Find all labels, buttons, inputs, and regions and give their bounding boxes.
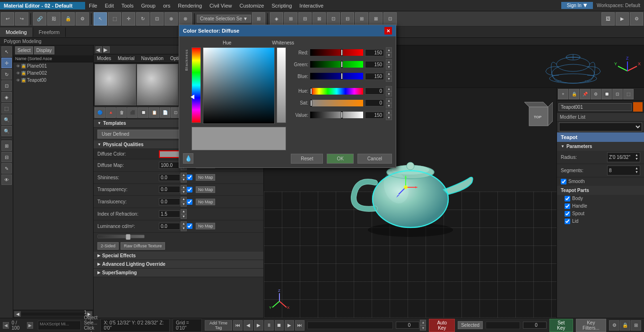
reset-btn[interactable]: Reset	[291, 154, 323, 164]
menu-rendering[interactable]: Rendering	[174, 1, 206, 10]
slider-thumb[interactable]	[126, 234, 131, 240]
red-input[interactable]	[365, 49, 384, 56]
toggle-grid-btn[interactable]: ⊞	[284, 12, 297, 26]
link-btn[interactable]: 🔗	[33, 12, 46, 26]
transparency-map-btn[interactable]: No Map	[196, 186, 216, 193]
menu-scripting[interactable]: Scripting	[268, 1, 296, 10]
radius-down-icon[interactable]: ▼	[635, 157, 638, 161]
up-arrow-icon[interactable]: ▲	[181, 185, 187, 190]
shininess-map-btn[interactable]: No Map	[196, 174, 216, 181]
move-btn[interactable]: ✛	[122, 12, 135, 26]
bind-btn[interactable]: 🔒	[61, 12, 75, 26]
mat-nav-right[interactable]: ▶	[103, 46, 110, 53]
mat-tool3[interactable]: 🗑	[116, 107, 127, 118]
select-btn[interactable]: ↖	[94, 12, 107, 26]
list-item[interactable]: 👁 🔒 Plane001	[13, 62, 93, 70]
view-btn5[interactable]: ⊠	[369, 12, 383, 26]
mat-tool4[interactable]: ⬛	[127, 107, 138, 118]
frame-down-icon[interactable]: ▼	[420, 325, 426, 331]
mat-menu-material[interactable]: Material	[114, 54, 138, 62]
rotate-tool-icon[interactable]: ↻	[1, 69, 12, 79]
frame-right-icon[interactable]: ▶	[27, 322, 33, 329]
luminance-input[interactable]	[159, 223, 180, 230]
cancel-btn[interactable]: Cancel	[357, 154, 392, 164]
modifier-select[interactable]	[559, 122, 642, 131]
up-arrow-icon[interactable]: ▲	[181, 209, 187, 214]
menu-ors[interactable]: ors	[159, 1, 174, 10]
menu-interactive[interactable]: Interactive	[296, 1, 327, 10]
segments-value[interactable]: 8 ▲ ▼	[607, 166, 640, 175]
ok-btn[interactable]: OK	[327, 154, 353, 164]
ref-coord-btn[interactable]: ⊕	[165, 12, 178, 26]
green-down-icon[interactable]: ▼	[386, 64, 392, 70]
hue-up-icon[interactable]: ▲	[386, 86, 392, 91]
val-up-icon[interactable]: ▲	[386, 110, 392, 115]
auto-key-btn[interactable]: Auto Key	[429, 319, 455, 332]
radius-up-icon[interactable]: ▲	[635, 153, 638, 157]
val-thumb[interactable]	[341, 112, 343, 118]
up-arrow-icon[interactable]: ▲	[181, 221, 187, 226]
rt-btn1[interactable]: +	[558, 89, 568, 99]
transparency-check[interactable]	[187, 187, 192, 192]
adv-lighting-header[interactable]: ▶ Advanced Lighting Override	[94, 260, 263, 269]
body-check[interactable]	[565, 196, 570, 201]
lid-check[interactable]	[565, 218, 570, 224]
menu-customize[interactable]: Customize	[236, 1, 268, 10]
shininess-check[interactable]	[187, 175, 192, 180]
create-selection-btn[interactable]: Create Selection Se ▼	[197, 15, 251, 23]
mat-tool5[interactable]: 🔲	[138, 107, 148, 118]
translucency-check[interactable]	[187, 199, 192, 205]
select-filter-btn[interactable]: ⊞	[252, 12, 265, 26]
mat-menu-modes[interactable]: Modes	[94, 54, 114, 62]
render-frame-btn[interactable]: 🖼	[601, 12, 615, 26]
view-btn6[interactable]: ⊡	[383, 12, 397, 26]
smooth-check[interactable]	[561, 179, 566, 184]
anim-next-frame-btn[interactable]: ▶	[285, 320, 294, 331]
pivot-btn[interactable]: ⊗	[179, 12, 192, 26]
toggle-snap-btn[interactable]: ⊟	[298, 12, 312, 26]
menu-civil[interactable]: Civil View	[206, 1, 235, 10]
tool12-icon[interactable]: 👁	[1, 175, 12, 185]
down-arrow-icon[interactable]: ▼	[181, 214, 187, 219]
blue-thumb[interactable]	[341, 73, 343, 79]
blue-up-icon[interactable]: ▲	[386, 71, 392, 76]
blue-down-icon[interactable]: ▼	[386, 76, 392, 81]
mat-sphere-1[interactable]	[95, 64, 136, 105]
diffuse-map-input[interactable]	[159, 162, 180, 169]
tool5-icon[interactable]: ◈	[1, 92, 12, 102]
mat-tool1[interactable]: 🔵	[95, 107, 105, 118]
spout-check[interactable]	[565, 211, 570, 217]
undo-btn[interactable]: ↩	[1, 12, 14, 26]
scale-btn[interactable]: ⊡	[150, 12, 164, 26]
view-btn3[interactable]: ⊟	[341, 12, 354, 26]
blue-slider[interactable]	[310, 73, 363, 79]
anim-next-btn[interactable]: ⏭	[295, 320, 305, 331]
anim-prev-btn[interactable]: ⏮	[233, 320, 243, 331]
status-icon1[interactable]: ⚙	[609, 320, 619, 331]
sat-up-icon[interactable]: ▲	[386, 98, 392, 103]
whiteness-strip[interactable]	[277, 47, 286, 123]
tool9-icon[interactable]: ⊞	[1, 140, 12, 151]
list-item[interactable]: 👁 🔒 Teapot00	[13, 77, 93, 84]
special-effects-header[interactable]: ▶ Special Effects	[94, 252, 263, 260]
hue-input[interactable]	[365, 87, 384, 95]
sat-slider[interactable]	[310, 100, 363, 106]
color-selector-dialog[interactable]: Color Selector: Diffuse ✕ Hue Whiteness …	[179, 25, 396, 168]
frame-up-icon[interactable]: ▲	[420, 320, 426, 325]
down-arrow-icon[interactable]: ▼	[181, 190, 187, 194]
luminance-map-btn[interactable]: No Map	[196, 223, 216, 229]
unlink-btn[interactable]: ⛓	[47, 12, 61, 26]
rotate-btn[interactable]: ↻	[136, 12, 149, 26]
green-up-icon[interactable]: ▲	[386, 59, 392, 64]
mat-menu-navigation[interactable]: Navigation	[138, 54, 167, 62]
handle-check[interactable]	[565, 203, 570, 209]
modifier-active-item[interactable]: Teapot	[557, 132, 644, 142]
color-preview-swatch[interactable]	[191, 127, 286, 150]
hue-slider[interactable]	[310, 88, 363, 95]
dialog-close-btn[interactable]: ✕	[384, 27, 392, 35]
down-arrow-icon[interactable]: ▼	[181, 202, 187, 207]
mat-tool7[interactable]: 📄	[160, 107, 170, 118]
green-thumb[interactable]	[341, 61, 343, 68]
scale-tool-icon[interactable]: ⊡	[1, 80, 12, 91]
green-slider[interactable]	[310, 61, 363, 68]
